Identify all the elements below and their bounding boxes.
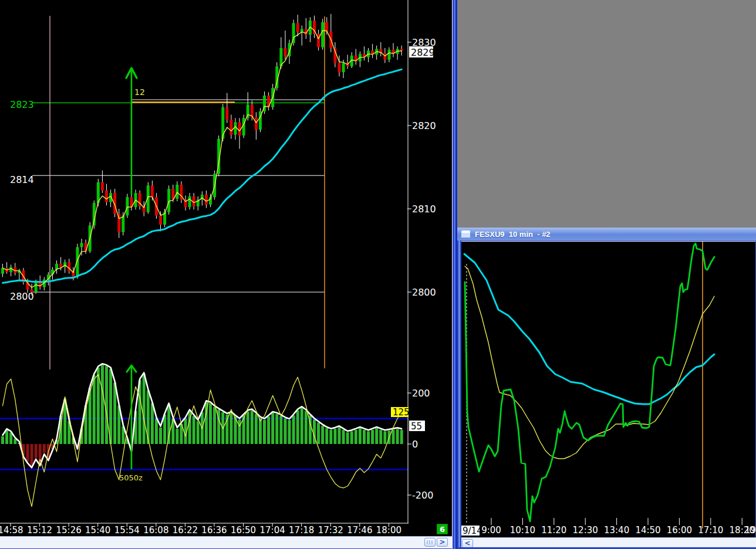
svg-text:17:04: 17:04 (260, 525, 285, 536)
svg-text:19:30: 19:30 (745, 525, 755, 536)
svg-text:12: 12 (134, 87, 145, 97)
svg-text:2814: 2814 (10, 174, 34, 185)
svg-text:17:32: 17:32 (318, 525, 343, 536)
window-icon (461, 231, 470, 238)
window-divider[interactable] (452, 0, 457, 549)
svg-text:16:08: 16:08 (143, 525, 168, 536)
window-frame-edge (457, 240, 461, 547)
svg-text:9:00: 9:00 (481, 525, 501, 536)
svg-text:10:10: 10:10 (510, 525, 535, 536)
svg-text:14:58: 14:58 (0, 525, 23, 536)
svg-text:55: 55 (411, 421, 422, 432)
svg-text:17:46: 17:46 (347, 525, 372, 536)
svg-text:15:54: 15:54 (114, 525, 140, 536)
svg-text:-200: -200 (412, 490, 433, 501)
svg-text:17:10: 17:10 (698, 525, 723, 536)
scrollbar-grip-icon (427, 540, 433, 544)
svg-text:2800: 2800 (10, 291, 34, 302)
window-title: FESXU9 10 min - #2 (475, 230, 551, 239)
svg-text:12:30: 12:30 (573, 525, 598, 536)
svg-text:15:40: 15:40 (85, 525, 110, 536)
svg-text:11:20: 11:20 (541, 525, 566, 536)
svg-text:16:36: 16:36 (201, 525, 227, 536)
svg-text:15:26: 15:26 (56, 525, 82, 536)
svg-text:9/14: 9/14 (463, 526, 482, 536)
left-chart-canvas[interactable]: 125050z283028202810280028292823281428002… (0, 0, 452, 536)
svg-text:5050z: 5050z (119, 473, 143, 482)
svg-text:125: 125 (393, 407, 410, 418)
svg-text:16:50: 16:50 (231, 525, 256, 536)
left-chart-window: 125050z283028202810280028292823281428002… (0, 0, 452, 549)
fesxu9-chart-window: FESXU9 10 min - #2 9:0010:1011:2012:3013… (457, 228, 756, 549)
svg-text:15:12: 15:12 (27, 525, 52, 536)
svg-text:200: 200 (412, 388, 430, 399)
scrollbar-thumb[interactable] (424, 538, 436, 547)
svg-text:0: 0 (412, 439, 418, 450)
scroll-left-button[interactable]: < (462, 539, 473, 548)
svg-text:2823: 2823 (10, 99, 34, 110)
svg-text:13:40: 13:40 (604, 525, 629, 536)
scroll-right-button[interactable]: > (437, 538, 448, 547)
svg-text:2829: 2829 (411, 47, 435, 58)
svg-text:18:00: 18:00 (376, 525, 401, 536)
window-titlebar[interactable]: FESXU9 10 min - #2 (457, 228, 756, 240)
left-chart-hscrollbar[interactable]: > (0, 536, 452, 549)
svg-text:16:22: 16:22 (173, 525, 198, 536)
right-chart-canvas[interactable]: 9:0010:1011:2012:3013:4014:5016:0017:101… (461, 241, 755, 538)
svg-text:2820: 2820 (412, 120, 436, 131)
svg-text:2800: 2800 (412, 287, 436, 298)
bar-count-badge: 6 (437, 524, 448, 534)
svg-text:14:50: 14:50 (635, 525, 660, 536)
workspace-background (457, 0, 756, 228)
svg-text:2810: 2810 (412, 204, 436, 215)
right-chart-hscrollbar[interactable]: < (461, 537, 756, 548)
svg-text:16:00: 16:00 (667, 525, 692, 536)
svg-text:17:18: 17:18 (289, 525, 314, 536)
